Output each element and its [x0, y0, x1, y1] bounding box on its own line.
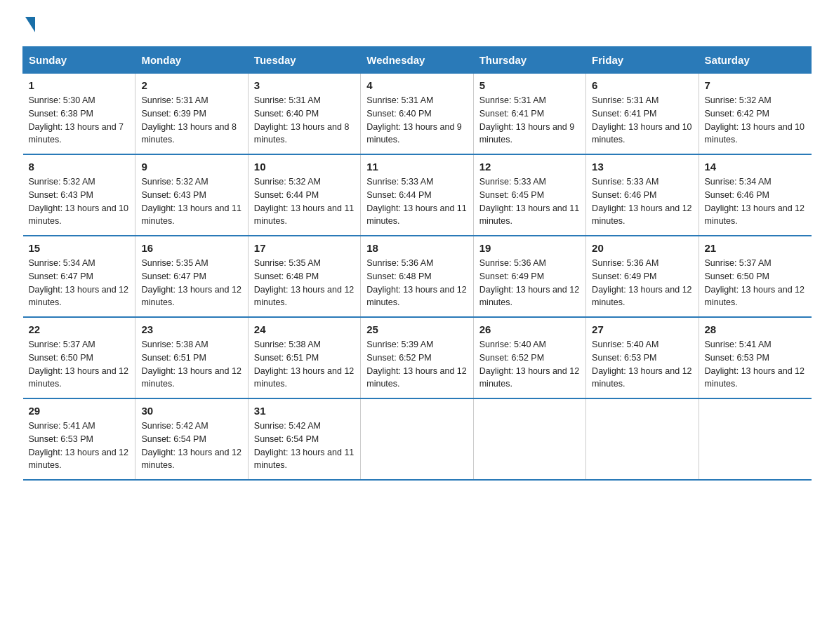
day-number: 4	[366, 79, 467, 91]
calendar-cell: 29Sunrise: 5:41 AMSunset: 6:53 PMDayligh…	[23, 398, 135, 480]
calendar-cell: 9Sunrise: 5:32 AMSunset: 6:43 PMDaylight…	[135, 154, 248, 236]
day-number: 17	[254, 242, 355, 254]
calendar-cell: 21Sunrise: 5:37 AMSunset: 6:50 PMDayligh…	[699, 236, 811, 317]
calendar-cell: 5Sunrise: 5:31 AMSunset: 6:41 PMDaylight…	[473, 74, 585, 155]
day-info: Sunrise: 5:41 AMSunset: 6:53 PMDaylight:…	[29, 420, 130, 472]
calendar-header-row: SundayMondayTuesdayWednesdayThursdayFrid…	[23, 47, 812, 74]
day-info: Sunrise: 5:32 AMSunset: 6:43 PMDaylight:…	[141, 175, 241, 228]
day-number: 12	[479, 161, 580, 173]
column-header-thursday: Thursday	[473, 47, 585, 74]
day-info: Sunrise: 5:40 AMSunset: 6:52 PMDaylight:…	[479, 338, 580, 391]
calendar-cell: 14Sunrise: 5:34 AMSunset: 6:46 PMDayligh…	[699, 154, 811, 236]
day-number: 2	[141, 79, 241, 91]
calendar-cell: 20Sunrise: 5:36 AMSunset: 6:49 PMDayligh…	[586, 236, 699, 317]
day-number: 25	[366, 323, 467, 335]
day-info: Sunrise: 5:42 AMSunset: 6:54 PMDaylight:…	[141, 420, 241, 472]
calendar-cell	[473, 398, 585, 480]
calendar-week-row: 8Sunrise: 5:32 AMSunset: 6:43 PMDaylight…	[23, 154, 812, 236]
calendar-cell: 25Sunrise: 5:39 AMSunset: 6:52 PMDayligh…	[361, 317, 473, 398]
calendar-cell: 16Sunrise: 5:35 AMSunset: 6:47 PMDayligh…	[135, 236, 248, 317]
day-info: Sunrise: 5:38 AMSunset: 6:51 PMDaylight:…	[254, 338, 355, 391]
day-info: Sunrise: 5:36 AMSunset: 6:49 PMDaylight:…	[479, 257, 580, 309]
calendar-week-row: 1Sunrise: 5:30 AMSunset: 6:38 PMDaylight…	[23, 74, 812, 155]
day-info: Sunrise: 5:32 AMSunset: 6:43 PMDaylight:…	[29, 175, 130, 228]
day-info: Sunrise: 5:31 AMSunset: 6:41 PMDaylight:…	[592, 94, 692, 147]
day-info: Sunrise: 5:36 AMSunset: 6:48 PMDaylight:…	[366, 257, 467, 309]
day-info: Sunrise: 5:32 AMSunset: 6:42 PMDaylight:…	[705, 94, 806, 147]
logo-triangle-icon	[25, 17, 35, 32]
day-number: 24	[254, 323, 355, 335]
day-number: 1	[29, 79, 130, 91]
day-number: 31	[254, 405, 355, 417]
day-info: Sunrise: 5:37 AMSunset: 6:50 PMDaylight:…	[705, 257, 806, 309]
day-number: 8	[29, 161, 130, 173]
calendar-cell: 3Sunrise: 5:31 AMSunset: 6:40 PMDaylight…	[248, 74, 360, 155]
day-number: 13	[592, 161, 692, 173]
day-info: Sunrise: 5:31 AMSunset: 6:39 PMDaylight:…	[141, 94, 241, 147]
day-info: Sunrise: 5:31 AMSunset: 6:41 PMDaylight:…	[479, 94, 580, 147]
column-header-saturday: Saturday	[699, 47, 811, 74]
calendar-cell: 1Sunrise: 5:30 AMSunset: 6:38 PMDaylight…	[23, 74, 135, 155]
day-number: 10	[254, 161, 355, 173]
calendar-cell: 15Sunrise: 5:34 AMSunset: 6:47 PMDayligh…	[23, 236, 135, 317]
day-info: Sunrise: 5:36 AMSunset: 6:49 PMDaylight:…	[592, 257, 692, 309]
calendar-cell: 4Sunrise: 5:31 AMSunset: 6:40 PMDaylight…	[361, 74, 473, 155]
day-info: Sunrise: 5:31 AMSunset: 6:40 PMDaylight:…	[366, 94, 467, 147]
calendar-cell	[699, 398, 811, 480]
day-number: 19	[479, 242, 580, 254]
calendar-week-row: 22Sunrise: 5:37 AMSunset: 6:50 PMDayligh…	[23, 317, 812, 398]
day-info: Sunrise: 5:30 AMSunset: 6:38 PMDaylight:…	[29, 94, 130, 147]
calendar-week-row: 15Sunrise: 5:34 AMSunset: 6:47 PMDayligh…	[23, 236, 812, 317]
day-info: Sunrise: 5:39 AMSunset: 6:52 PMDaylight:…	[366, 338, 467, 391]
calendar-cell: 18Sunrise: 5:36 AMSunset: 6:48 PMDayligh…	[361, 236, 473, 317]
day-number: 16	[141, 242, 241, 254]
calendar-cell: 2Sunrise: 5:31 AMSunset: 6:39 PMDaylight…	[135, 74, 248, 155]
calendar-cell: 6Sunrise: 5:31 AMSunset: 6:41 PMDaylight…	[586, 74, 699, 155]
day-info: Sunrise: 5:33 AMSunset: 6:44 PMDaylight:…	[366, 175, 467, 228]
day-number: 26	[479, 323, 580, 335]
day-number: 7	[705, 79, 806, 91]
day-number: 6	[592, 79, 692, 91]
calendar-cell: 24Sunrise: 5:38 AMSunset: 6:51 PMDayligh…	[248, 317, 360, 398]
day-number: 21	[705, 242, 806, 254]
calendar-cell: 31Sunrise: 5:42 AMSunset: 6:54 PMDayligh…	[248, 398, 360, 480]
day-number: 9	[141, 161, 241, 173]
day-number: 3	[254, 79, 355, 91]
day-info: Sunrise: 5:41 AMSunset: 6:53 PMDaylight:…	[705, 338, 806, 391]
calendar-cell: 28Sunrise: 5:41 AMSunset: 6:53 PMDayligh…	[699, 317, 811, 398]
day-number: 5	[479, 79, 580, 91]
day-info: Sunrise: 5:31 AMSunset: 6:40 PMDaylight:…	[254, 94, 355, 147]
column-header-sunday: Sunday	[23, 47, 135, 74]
calendar-cell	[586, 398, 699, 480]
column-header-tuesday: Tuesday	[248, 47, 360, 74]
calendar-cell: 22Sunrise: 5:37 AMSunset: 6:50 PMDayligh…	[23, 317, 135, 398]
column-header-wednesday: Wednesday	[361, 47, 473, 74]
calendar-table: SundayMondayTuesdayWednesdayThursdayFrid…	[22, 46, 812, 481]
calendar-cell: 19Sunrise: 5:36 AMSunset: 6:49 PMDayligh…	[473, 236, 585, 317]
day-number: 11	[366, 161, 467, 173]
page-header	[22, 17, 812, 34]
calendar-cell: 8Sunrise: 5:32 AMSunset: 6:43 PMDaylight…	[23, 154, 135, 236]
day-number: 28	[705, 323, 806, 335]
calendar-cell: 12Sunrise: 5:33 AMSunset: 6:45 PMDayligh…	[473, 154, 585, 236]
day-number: 29	[29, 405, 130, 417]
calendar-cell: 11Sunrise: 5:33 AMSunset: 6:44 PMDayligh…	[361, 154, 473, 236]
calendar-cell: 7Sunrise: 5:32 AMSunset: 6:42 PMDaylight…	[699, 74, 811, 155]
day-number: 23	[141, 323, 241, 335]
calendar-cell	[361, 398, 473, 480]
day-number: 20	[592, 242, 692, 254]
day-info: Sunrise: 5:33 AMSunset: 6:45 PMDaylight:…	[479, 175, 580, 228]
day-info: Sunrise: 5:32 AMSunset: 6:44 PMDaylight:…	[254, 175, 355, 228]
calendar-cell: 10Sunrise: 5:32 AMSunset: 6:44 PMDayligh…	[248, 154, 360, 236]
calendar-cell: 23Sunrise: 5:38 AMSunset: 6:51 PMDayligh…	[135, 317, 248, 398]
day-number: 27	[592, 323, 692, 335]
day-info: Sunrise: 5:40 AMSunset: 6:53 PMDaylight:…	[592, 338, 692, 391]
calendar-cell: 26Sunrise: 5:40 AMSunset: 6:52 PMDayligh…	[473, 317, 585, 398]
day-info: Sunrise: 5:37 AMSunset: 6:50 PMDaylight:…	[29, 338, 130, 391]
day-number: 30	[141, 405, 241, 417]
day-number: 22	[29, 323, 130, 335]
day-info: Sunrise: 5:34 AMSunset: 6:47 PMDaylight:…	[29, 257, 130, 309]
logo	[22, 17, 35, 34]
day-number: 18	[366, 242, 467, 254]
day-info: Sunrise: 5:35 AMSunset: 6:48 PMDaylight:…	[254, 257, 355, 309]
